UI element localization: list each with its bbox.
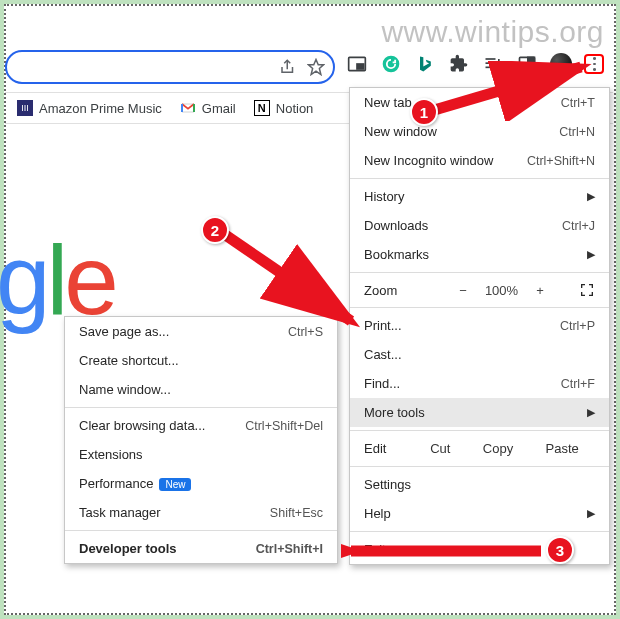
menu-find[interactable]: Find... Ctrl+F [350, 369, 609, 398]
amazon-music-icon: III [17, 100, 33, 116]
fullscreen-icon[interactable] [579, 282, 595, 298]
menu-separator [65, 407, 337, 408]
menu-new-tab[interactable]: New tab Ctrl+T [350, 88, 609, 117]
svg-point-3 [383, 56, 400, 73]
playlist-icon[interactable] [482, 53, 504, 75]
gmail-icon [180, 100, 196, 116]
menu-shortcut: Ctrl+F [561, 377, 595, 391]
submenu-arrow-icon: ▶ [587, 190, 595, 203]
star-icon[interactable] [307, 58, 325, 76]
menu-new-window[interactable]: New window Ctrl+N [350, 117, 609, 146]
svg-marker-0 [309, 60, 324, 75]
share-icon[interactable] [279, 58, 297, 76]
address-bar[interactable] [5, 50, 335, 84]
menu-label: Exit [364, 542, 595, 557]
menu-bookmarks[interactable]: Bookmarks ▶ [350, 240, 609, 269]
callout-2: 2 [201, 216, 229, 244]
submenu-arrow-icon: ▶ [587, 507, 595, 520]
menu-label: History [364, 189, 587, 204]
menu-settings[interactable]: Settings [350, 470, 609, 499]
bookmark-notion[interactable]: N Notion [254, 100, 314, 116]
menu-label: Developer tools [79, 541, 256, 556]
edit-cut[interactable]: Cut [430, 441, 450, 456]
svg-line-10 [224, 234, 351, 321]
menu-label: Find... [364, 376, 561, 391]
zoom-value: 100% [485, 283, 518, 298]
menu-label: Downloads [364, 218, 562, 233]
menu-label: Create shortcut... [79, 353, 323, 368]
menu-label: Zoom [364, 283, 424, 298]
menu-zoom: Zoom − 100% + [350, 276, 609, 304]
kebab-menu-button[interactable] [584, 54, 604, 74]
menu-label: Cast... [364, 347, 595, 362]
submenu-save-page[interactable]: Save page as... Ctrl+S [65, 317, 337, 346]
toolbar-icons [346, 53, 604, 75]
menu-label: Edit [364, 441, 414, 456]
edit-copy[interactable]: Copy [483, 441, 513, 456]
menu-cast[interactable]: Cast... [350, 340, 609, 369]
menu-shortcut: Ctrl+S [288, 325, 323, 339]
menu-label: Task manager [79, 505, 270, 520]
menu-separator [350, 307, 609, 308]
menu-more-tools[interactable]: More tools ▶ [350, 398, 609, 427]
submenu-arrow-icon: ▶ [587, 248, 595, 261]
menu-label: Print... [364, 318, 560, 333]
svg-rect-2 [357, 64, 364, 69]
menu-shortcut: Ctrl+Shift+I [256, 542, 323, 556]
grammarly-icon[interactable] [380, 53, 402, 75]
menu-label: Extensions [79, 447, 323, 462]
menu-label: Help [364, 506, 587, 521]
bookmark-label: Amazon Prime Music [39, 101, 162, 116]
menu-print[interactable]: Print... Ctrl+P [350, 311, 609, 340]
menu-label: More tools [364, 405, 587, 420]
submenu-clear-browsing-data[interactable]: Clear browsing data... Ctrl+Shift+Del [65, 411, 337, 440]
bookmark-gmail[interactable]: Gmail [180, 100, 236, 116]
submenu-task-manager[interactable]: Task manager Shift+Esc [65, 498, 337, 527]
menu-separator [350, 178, 609, 179]
menu-separator [350, 466, 609, 467]
submenu-arrow-icon: ▶ [587, 406, 595, 419]
submenu-create-shortcut[interactable]: Create shortcut... [65, 346, 337, 375]
edit-paste[interactable]: Paste [546, 441, 579, 456]
menu-new-incognito[interactable]: New Incognito window Ctrl+Shift+N [350, 146, 609, 175]
menu-shortcut: Ctrl+N [559, 125, 595, 139]
menu-separator [350, 531, 609, 532]
menu-label: New window [364, 124, 559, 139]
watermark-text: www.wintips.org [381, 15, 604, 49]
new-badge: New [159, 478, 191, 491]
menu-history[interactable]: History ▶ [350, 182, 609, 211]
submenu-extensions[interactable]: Extensions [65, 440, 337, 469]
zoom-in-button[interactable]: + [536, 283, 544, 298]
main-menu: New tab Ctrl+T New window Ctrl+N New Inc… [349, 87, 610, 565]
menu-label: Clear browsing data... [79, 418, 245, 433]
bookmark-label: Gmail [202, 101, 236, 116]
more-tools-submenu: Save page as... Ctrl+S Create shortcut..… [64, 316, 338, 564]
menu-separator [350, 272, 609, 273]
menu-shortcut: Ctrl+J [562, 219, 595, 233]
submenu-developer-tools[interactable]: Developer tools Ctrl+Shift+I [65, 534, 337, 563]
menu-label: Bookmarks [364, 247, 587, 262]
picture-in-picture-icon[interactable] [346, 53, 368, 75]
menu-separator [350, 430, 609, 431]
menu-shortcut: Ctrl+Shift+N [527, 154, 595, 168]
sidepanel-icon[interactable] [516, 53, 538, 75]
bookmark-amazon-music[interactable]: III Amazon Prime Music [17, 100, 162, 116]
bookmark-label: Notion [276, 101, 314, 116]
submenu-name-window[interactable]: Name window... [65, 375, 337, 404]
menu-shortcut: Shift+Esc [270, 506, 323, 520]
menu-label: Settings [364, 477, 595, 492]
submenu-performance[interactable]: PerformanceNew [65, 469, 337, 498]
extensions-icon[interactable] [448, 53, 470, 75]
menu-label: New tab [364, 95, 561, 110]
menu-exit[interactable]: Exit [350, 535, 609, 564]
menu-label: Name window... [79, 382, 323, 397]
menu-help[interactable]: Help ▶ [350, 499, 609, 528]
menu-shortcut: Ctrl+P [560, 319, 595, 333]
menu-shortcut: Ctrl+Shift+Del [245, 419, 323, 433]
menu-separator [65, 530, 337, 531]
profile-avatar[interactable] [550, 53, 572, 75]
zoom-out-button[interactable]: − [459, 283, 467, 298]
menu-edit: Edit Cut Copy Paste [350, 434, 609, 463]
bing-icon[interactable] [414, 53, 436, 75]
menu-downloads[interactable]: Downloads Ctrl+J [350, 211, 609, 240]
